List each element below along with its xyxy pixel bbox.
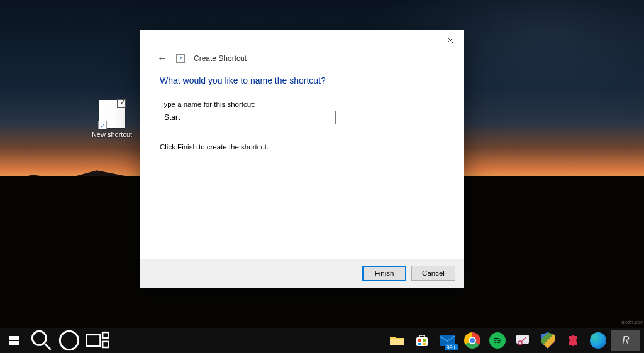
task-view-button[interactable] xyxy=(83,328,111,353)
dialog-header: ← ↗ Create Shortcut xyxy=(140,50,464,70)
taskbar-app-generic[interactable]: R xyxy=(611,330,640,351)
cancel-button[interactable]: Cancel xyxy=(411,266,455,281)
file-explorer-icon xyxy=(389,334,404,347)
edge-icon xyxy=(590,332,606,349)
taskbar-app-store[interactable] xyxy=(410,329,434,352)
mail-badge-count: 99+ xyxy=(445,344,458,350)
taskbar-app-puzzle[interactable] xyxy=(561,329,585,352)
svg-rect-6 xyxy=(390,339,404,345)
finish-button[interactable]: Finish xyxy=(362,266,406,281)
watermark: sxdn.cor xyxy=(621,319,643,325)
close-button[interactable] xyxy=(436,31,464,50)
taskbar: 99+ R xyxy=(0,328,644,353)
taskbar-app-security[interactable] xyxy=(536,329,560,352)
taskbar-app-mail[interactable]: 99+ xyxy=(435,329,459,352)
taskbar-app-explorer[interactable] xyxy=(385,329,409,352)
taskbar-app-snip[interactable] xyxy=(511,329,535,352)
shortcut-file-icon: ↗ xyxy=(99,100,125,128)
taskbar-left xyxy=(0,328,111,353)
dialog-heading: What would you like to name the shortcut… xyxy=(160,75,444,85)
r-app-icon: R xyxy=(622,335,630,346)
taskbar-app-spotify[interactable] xyxy=(486,329,509,352)
svg-rect-10 xyxy=(418,343,421,345)
cortana-icon xyxy=(55,327,83,353)
dialog-helper-text: Click Finish to create the shortcut. xyxy=(160,143,444,151)
svg-point-2 xyxy=(60,331,78,349)
cortana-button[interactable] xyxy=(55,328,83,353)
svg-rect-5 xyxy=(103,342,108,347)
windows-logo-icon xyxy=(9,336,19,345)
svg-line-1 xyxy=(45,344,51,350)
close-icon xyxy=(447,37,453,43)
svg-rect-3 xyxy=(87,335,101,346)
security-shield-icon xyxy=(541,332,555,349)
svg-rect-9 xyxy=(423,339,426,342)
search-icon xyxy=(28,327,55,353)
back-button[interactable]: ← xyxy=(157,53,167,64)
svg-rect-7 xyxy=(416,337,428,346)
desktop-shortcut-new[interactable]: ↗ New shortcut xyxy=(88,100,136,138)
puzzle-icon xyxy=(566,334,580,347)
start-button[interactable] xyxy=(0,328,28,353)
taskbar-right: 99+ R xyxy=(385,328,644,353)
shortcut-name-label: Type a name for this shortcut: xyxy=(160,100,444,108)
task-view-icon xyxy=(83,327,111,353)
dialog-footer: Finish Cancel xyxy=(140,259,464,288)
taskbar-app-chrome[interactable] xyxy=(460,329,484,352)
svg-rect-8 xyxy=(418,339,421,342)
desktop-shortcut-label: New shortcut xyxy=(92,131,132,138)
dialog-title: Create Shortcut xyxy=(194,54,247,63)
search-button[interactable] xyxy=(28,328,55,353)
shortcut-name-input[interactable] xyxy=(160,111,336,124)
shortcut-overlay-icon: ↗ xyxy=(98,121,107,129)
store-icon xyxy=(415,334,429,347)
svg-point-0 xyxy=(32,331,46,345)
spotify-icon xyxy=(489,332,506,349)
create-shortcut-dialog: ← ↗ Create Shortcut What would you like … xyxy=(140,30,464,288)
chrome-icon xyxy=(464,332,480,349)
snipping-icon xyxy=(515,334,530,347)
dialog-body: What would you like to name the shortcut… xyxy=(140,70,464,259)
dialog-titlebar[interactable] xyxy=(140,30,464,50)
shortcut-page-icon: ↗ xyxy=(176,54,185,63)
taskbar-app-edge[interactable] xyxy=(586,329,610,352)
svg-rect-11 xyxy=(423,343,426,345)
svg-rect-4 xyxy=(103,332,108,338)
